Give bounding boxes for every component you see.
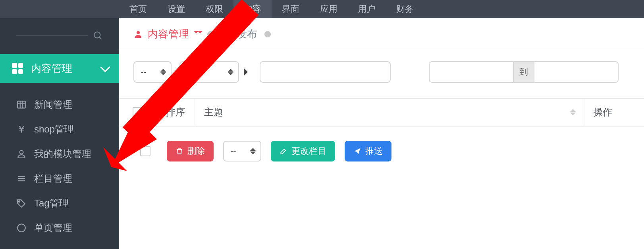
sidebar-item-label: Tag管理 bbox=[34, 197, 69, 210]
sidebar-section-label: 内容管理 bbox=[31, 62, 72, 76]
nav-ui[interactable]: 界面 bbox=[272, 0, 310, 18]
tab-separator-dot bbox=[264, 31, 271, 37]
nav-settings[interactable]: 设置 bbox=[157, 0, 195, 18]
sidebar-item-mymodule[interactable]: 我的模块管理 bbox=[0, 142, 119, 166]
svg-point-12 bbox=[137, 31, 140, 34]
button-label: 推送 bbox=[365, 145, 383, 157]
filter-range: 到 bbox=[429, 61, 619, 83]
page-icon bbox=[16, 222, 27, 233]
svg-rect-2 bbox=[17, 101, 25, 108]
main: 内容管理 ＋ 发布 -- Id 到 排序 主题 bbox=[119, 18, 644, 249]
checkbox-icon bbox=[133, 107, 143, 117]
svg-point-10 bbox=[19, 201, 20, 202]
user-icon bbox=[16, 148, 27, 160]
table-header: 排序 主题 操作 bbox=[119, 98, 644, 126]
chevron-down-icon bbox=[100, 62, 110, 72]
button-label: 更改栏目 bbox=[291, 145, 326, 157]
svg-point-0 bbox=[94, 32, 100, 38]
sidebar-item-news[interactable]: 新闻管理 bbox=[0, 92, 119, 117]
svg-line-1 bbox=[99, 37, 101, 39]
top-nav: 首页 设置 权限 内容 界面 应用 用户 财务 bbox=[0, 0, 644, 18]
nav-user[interactable]: 用户 bbox=[348, 0, 386, 18]
caret-right-icon bbox=[244, 68, 252, 76]
th-sort[interactable]: 排序 bbox=[157, 99, 195, 126]
sort-icon bbox=[228, 66, 233, 78]
sidebar: 内容管理 新闻管理 ￥ shop管理 我的模块管理 栏目管理 Tag管理 单页管… bbox=[0, 18, 119, 249]
sidebar-item-label: 新闻管理 bbox=[34, 98, 72, 111]
th-checkbox[interactable] bbox=[119, 99, 157, 126]
th-subject[interactable]: 主题 bbox=[195, 99, 584, 126]
user-icon bbox=[133, 29, 143, 39]
tab-separator-dot bbox=[207, 31, 214, 37]
tab-publish[interactable]: ＋ 发布 bbox=[221, 26, 257, 42]
nav-content[interactable]: 内容 bbox=[233, 0, 272, 18]
th-ops: 操作 bbox=[584, 99, 644, 126]
tab-label: 内容管理 bbox=[148, 27, 189, 41]
sidebar-item-columns[interactable]: 栏目管理 bbox=[0, 166, 119, 191]
sort-icon bbox=[160, 66, 166, 78]
tag-icon bbox=[16, 198, 27, 209]
delete-button[interactable]: 删除 bbox=[167, 141, 214, 161]
button-label: 删除 bbox=[187, 145, 205, 157]
sidebar-item-page[interactable]: 单页管理 bbox=[0, 216, 119, 240]
nav-app[interactable]: 应用 bbox=[310, 0, 348, 18]
yen-icon: ￥ bbox=[16, 124, 27, 135]
range-mid-label: 到 bbox=[513, 62, 534, 82]
svg-point-11 bbox=[17, 224, 25, 232]
sidebar-item-label: 栏目管理 bbox=[34, 172, 72, 185]
nav-home[interactable]: 首页 bbox=[119, 0, 157, 18]
sidebar-item-label: 我的模块管理 bbox=[34, 148, 91, 160]
filter-input[interactable] bbox=[260, 61, 391, 83]
bulk-checkbox[interactable] bbox=[133, 146, 157, 156]
table-icon bbox=[16, 99, 27, 110]
send-icon bbox=[353, 147, 361, 155]
search-icon bbox=[93, 31, 103, 41]
bulk-select[interactable]: -- bbox=[223, 141, 261, 161]
grid-icon bbox=[12, 63, 23, 74]
search-underline bbox=[16, 35, 88, 36]
sidebar-item-shop[interactable]: ￥ shop管理 bbox=[0, 117, 119, 142]
svg-point-6 bbox=[20, 150, 23, 154]
select-value: -- bbox=[230, 146, 236, 156]
trash-icon bbox=[175, 147, 183, 155]
sort-icon bbox=[570, 106, 576, 118]
sidebar-section-content[interactable]: 内容管理 bbox=[0, 54, 119, 83]
sidebar-item-label: shop管理 bbox=[34, 123, 74, 136]
select-value: Id bbox=[187, 67, 194, 77]
tab-label: 发布 bbox=[237, 27, 257, 41]
sidebar-item-label: 单页管理 bbox=[34, 222, 72, 234]
change-column-button[interactable]: 更改栏目 bbox=[271, 141, 335, 161]
th-label: 主题 bbox=[204, 106, 223, 119]
select-value: -- bbox=[141, 67, 147, 77]
double-chevron-down-icon bbox=[194, 31, 200, 37]
plus-icon: ＋ bbox=[221, 26, 233, 42]
sidebar-item-tag[interactable]: Tag管理 bbox=[0, 191, 119, 216]
checkbox-icon bbox=[140, 146, 150, 156]
sort-icon bbox=[250, 145, 256, 157]
edit-icon bbox=[280, 147, 287, 155]
content-tabs: 内容管理 ＋ 发布 bbox=[119, 18, 644, 50]
nav-perm[interactable]: 权限 bbox=[195, 0, 233, 18]
nav-finance[interactable]: 财务 bbox=[386, 0, 424, 18]
tab-content-manage[interactable]: 内容管理 bbox=[133, 27, 200, 41]
push-button[interactable]: 推送 bbox=[345, 141, 391, 161]
range-from-input[interactable] bbox=[430, 62, 513, 82]
sidebar-search[interactable] bbox=[0, 18, 119, 54]
filter-select-1[interactable]: -- bbox=[133, 61, 172, 83]
range-to-input[interactable] bbox=[534, 62, 618, 82]
sidebar-subitems: 新闻管理 ￥ shop管理 我的模块管理 栏目管理 Tag管理 单页管理 bbox=[0, 83, 119, 240]
menu-icon bbox=[16, 173, 27, 184]
filter-bar: -- Id 到 bbox=[119, 50, 644, 94]
filter-select-2[interactable]: Id bbox=[179, 61, 239, 83]
bulk-actions: 删除 -- 更改栏目 推送 bbox=[119, 126, 644, 176]
